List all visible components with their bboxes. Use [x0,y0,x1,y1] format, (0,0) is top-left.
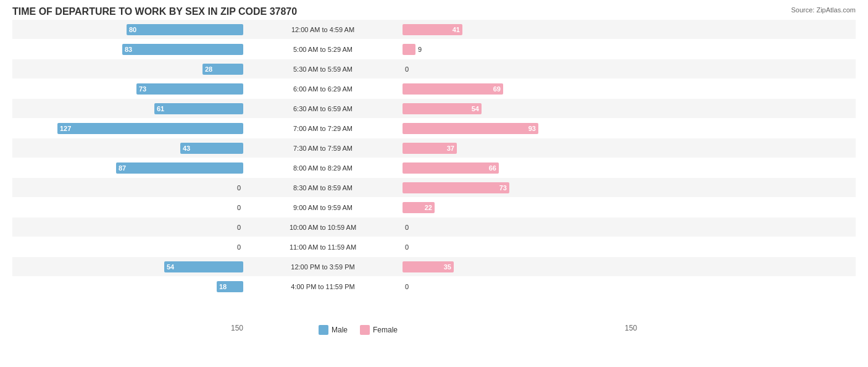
legend-female: Female [360,325,398,335]
left-section: 127 [12,123,247,134]
chart-row: 0 9:00 AM to 9:59 AM 22 [12,198,856,217]
left-section: 73 [12,83,247,95]
time-label: 12:00 AM to 4:59 AM [247,26,399,33]
time-label: 5:30 AM to 5:59 AM [247,65,399,73]
right-section: 37 [399,143,633,154]
legend-male-box [319,325,328,335]
chart-row: 0 10:00 AM to 10:59 AM 0 [12,217,856,237]
chart-area: 80 12:00 AM to 4:59 AM 41 83 5:00 AM to … [12,20,856,319]
right-section: 66 [399,162,633,174]
chart-container: TIME OF DEPARTURE TO WORK BY SEX IN ZIP … [0,0,868,367]
axis-bottom: 150 Male Female 150 [12,321,856,335]
chart-row: 83 5:00 AM to 5:29 AM 9 [12,40,856,59]
legend-male: Male [319,325,348,335]
chart-row: 54 12:00 PM to 3:59 PM 35 [12,257,856,276]
left-section: 0 [12,182,247,193]
left-section: 0 [12,222,247,233]
chart-title: TIME OF DEPARTURE TO WORK BY SEX IN ZIP … [12,6,856,17]
right-section: 22 [399,202,633,213]
right-section: 0 [399,222,633,233]
right-section: 0 [399,64,633,75]
time-label: 7:30 AM to 7:59 AM [247,145,399,152]
right-section: 54 [399,103,633,114]
left-section: 83 [12,44,247,55]
chart-row: 43 7:30 AM to 7:59 AM 37 [12,138,856,158]
chart-row: 87 8:00 AM to 8:29 AM 66 [12,158,856,177]
left-section: 43 [12,143,247,154]
time-label: 6:30 AM to 6:59 AM [247,105,399,112]
right-section: 69 [399,83,633,95]
source-text: Source: ZipAtlas.com [791,6,856,14]
time-label: 8:30 AM to 8:59 AM [247,184,399,192]
chart-row: 0 11:00 AM to 11:59 AM 0 [12,237,856,256]
left-section: 87 [12,162,247,174]
left-section: 54 [12,261,247,272]
left-section: 28 [12,64,247,75]
time-label: 9:00 AM to 9:59 AM [247,204,399,211]
right-section: 0 [399,281,633,292]
right-section: 93 [399,123,633,134]
time-label: 10:00 AM to 10:59 AM [247,224,399,231]
time-label: 5:00 AM to 5:29 AM [247,46,399,53]
axis-left-value: 150 [12,324,247,332]
left-section: 0 [12,202,247,213]
time-label: 4:00 PM to 11:59 PM [247,283,399,290]
time-label: 8:00 AM to 8:29 AM [247,164,399,172]
left-section: 80 [12,24,247,35]
chart-row: 80 12:00 AM to 4:59 AM 41 [12,20,856,39]
chart-row: 61 6:30 AM to 6:59 AM 54 [12,99,856,118]
legend: Male Female [247,325,469,335]
time-label: 12:00 PM to 3:59 PM [247,263,399,271]
chart-row: 18 4:00 PM to 11:59 PM 0 [12,277,856,296]
chart-row: 127 7:00 AM to 7:29 AM 93 [12,119,856,138]
right-section: 41 [399,24,633,35]
time-label: 6:00 AM to 6:29 AM [247,85,399,93]
chart-row: 28 5:30 AM to 5:59 AM 0 [12,59,856,78]
chart-row: 0 8:30 AM to 8:59 AM 73 [12,178,856,197]
chart-row: 73 6:00 AM to 6:29 AM 69 [12,79,856,98]
axis-right-value: 150 [621,324,856,332]
left-section: 18 [12,281,247,292]
right-section: 9 [399,44,633,55]
right-section: 73 [399,182,633,193]
time-label: 11:00 AM to 11:59 AM [247,243,399,251]
legend-female-label: Female [373,326,398,334]
left-section: 0 [12,242,247,253]
right-section: 0 [399,242,633,253]
legend-female-box [360,325,370,335]
legend-male-label: Male [332,326,348,334]
time-label: 7:00 AM to 7:29 AM [247,125,399,132]
right-section: 35 [399,261,633,272]
left-section: 61 [12,103,247,114]
